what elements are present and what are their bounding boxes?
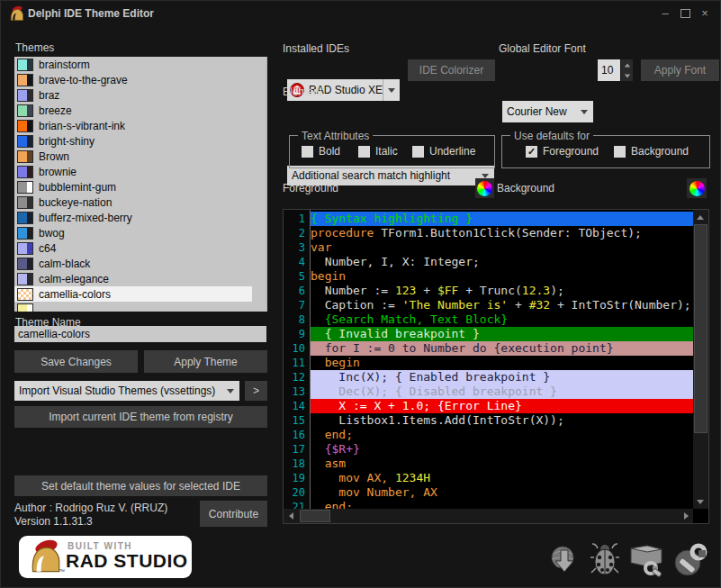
theme-list-item[interactable]: bubblemint-gum	[14, 179, 252, 194]
line-number: 16	[284, 428, 310, 442]
code-token: begin	[311, 269, 346, 283]
code-line[interactable]: Inc(X); { Enabled breakpoint }	[311, 370, 693, 384]
set-default-button[interactable]: Set default theme values for selected ID…	[14, 475, 267, 496]
theme-list-item[interactable]: calm-elegance	[14, 271, 252, 286]
titlebar: Delphi IDE Theme Editor – ×	[1, 1, 720, 26]
themes-list[interactable]: brainstormbrave-to-the-gravebrazbreezebr…	[14, 57, 267, 312]
code-line[interactable]: {Search Match, Text Block}	[311, 312, 693, 327]
theme-list-item[interactable]: buckeye-nation	[14, 194, 252, 210]
editor-code-area[interactable]: { Syntax highlighting }procedure TForm1.…	[311, 210, 693, 511]
code-token: { Syntax highlighting }	[311, 212, 473, 225]
theme-list-item[interactable]: breeze	[14, 103, 252, 118]
theme-list-item[interactable]: Brown	[14, 149, 252, 164]
font-select[interactable]: Courier New	[502, 101, 593, 122]
bug-report-icon[interactable]	[589, 541, 621, 579]
code-line[interactable]: { Invalid breakpoint }	[311, 327, 693, 341]
stepper-down-button[interactable]	[621, 70, 633, 81]
code-editor[interactable]: 123456789101112131415161718192021 { Synt…	[283, 209, 709, 524]
download-update-icon[interactable]	[548, 541, 582, 579]
ide-colorizer-button[interactable]: IDE Colorizer	[408, 59, 495, 81]
theme-list-item[interactable]	[14, 302, 252, 312]
settings-wrench-icon[interactable]	[671, 541, 707, 579]
checkbox-icon[interactable]: ✓	[526, 146, 537, 158]
background-color-picker-button[interactable]	[687, 178, 707, 198]
theme-name-input[interactable]	[14, 326, 266, 342]
code-line[interactable]: for I := 0 to Number do {execution point…	[311, 341, 693, 356]
theme-list-item[interactable]: camellia-colors	[14, 286, 252, 302]
stepper-up-button[interactable]	[621, 59, 633, 70]
underline-checkbox[interactable]: Underline	[412, 145, 475, 158]
code-line[interactable]: begin	[311, 356, 693, 370]
theme-list-item[interactable]: braz	[14, 87, 252, 103]
import-registry-button[interactable]: Import current IDE theme from registry	[14, 406, 267, 428]
theme-name-text: buckeye-nation	[39, 196, 112, 209]
theme-list-item[interactable]: brave-to-the-grave	[14, 72, 252, 87]
scroll-up-button[interactable]	[693, 210, 707, 224]
code-line[interactable]: procedure TForm1.Button1Click(Sender: TO…	[311, 226, 693, 240]
font-size-stepper[interactable]	[621, 59, 633, 81]
code-line[interactable]: Caption := 'The Number is' + #32 + IntTo…	[311, 298, 693, 312]
color-wheel-icon	[689, 181, 705, 196]
theme-swatch	[17, 74, 33, 86]
code-line[interactable]: end;	[311, 428, 693, 442]
scroll-down-button[interactable]	[693, 494, 707, 509]
scroll-thumb[interactable]	[300, 510, 330, 522]
code-line[interactable]: X := X + 1.0; {Error Line}	[311, 399, 693, 413]
code-line[interactable]: Number, I, X: Integer;	[311, 255, 693, 269]
code-line[interactable]: Dec(X); { Disabled breakpoint }	[311, 384, 693, 399]
save-changes-button[interactable]: Save Changes	[14, 350, 138, 373]
scroll-left-button[interactable]	[284, 509, 298, 523]
code-line[interactable]: var	[311, 240, 693, 255]
scroll-right-button[interactable]	[679, 509, 693, 523]
code-line[interactable]: { Syntax highlighting }	[311, 212, 693, 226]
code-token: Dec(X); { Disabled breakpoint }	[311, 384, 557, 398]
editor-hscrollbar[interactable]	[284, 509, 693, 523]
background-default-checkbox[interactable]: Background	[614, 145, 689, 158]
theme-list-item[interactable]: c64	[14, 240, 252, 256]
font-size-input[interactable]: 10	[598, 59, 620, 81]
close-button[interactable]: ×	[697, 6, 713, 21]
theme-list-item[interactable]: bwog	[14, 225, 252, 240]
code-line[interactable]: {$R+}	[311, 442, 693, 457]
theme-list-item[interactable]: bright-shiny	[14, 133, 252, 149]
apply-font-button[interactable]: Apply Font	[641, 59, 719, 81]
bold-checkbox[interactable]: Bold	[302, 145, 340, 158]
italic-checkbox[interactable]: Italic	[358, 145, 398, 158]
code-line[interactable]: begin	[311, 269, 693, 284]
chevron-down-icon	[227, 389, 234, 394]
code-token: +	[416, 284, 437, 297]
code-line[interactable]: mov Number, AX	[311, 485, 693, 500]
scroll-thumb[interactable]	[694, 224, 707, 433]
underline-label: Underline	[429, 145, 475, 158]
code-line[interactable]: Listbox1.Items.Add(IntToStr(X));	[311, 413, 693, 428]
theme-swatch	[17, 150, 33, 163]
scroll-down-button[interactable]	[266, 298, 267, 312]
checkbox-icon[interactable]	[302, 146, 313, 158]
ide-select-arrow[interactable]	[383, 79, 400, 101]
editor-vscrollbar[interactable]	[693, 210, 708, 509]
line-number: 1	[284, 212, 310, 226]
theme-list-item[interactable]: brainstorm	[14, 57, 252, 72]
themes-label: Themes	[15, 41, 54, 54]
checkbox-icon[interactable]	[358, 146, 370, 158]
theme-list-item[interactable]: brian-s-vibrant-ink	[14, 118, 252, 133]
checkbox-icon[interactable]	[614, 146, 626, 158]
import-vs-themes-select[interactable]: Import Visual Studio Themes (vssettings)	[14, 381, 239, 401]
minimize-button[interactable]: –	[657, 6, 673, 21]
theme-list-item[interactable]: calm-black	[14, 256, 252, 271]
code-line[interactable]: asm	[311, 457, 693, 471]
scroll-up-button[interactable]	[266, 57, 267, 70]
code-line[interactable]: mov AX, 1234H	[311, 471, 693, 485]
maximize-button[interactable]	[677, 6, 693, 21]
themes-scrollbar[interactable]	[266, 57, 267, 312]
package-tools-icon[interactable]	[627, 541, 665, 579]
checkbox-icon[interactable]	[412, 146, 424, 158]
foreground-color-picker-button[interactable]	[475, 178, 494, 198]
code-line[interactable]: Number := 123 + $FF + Trunc(12.3);	[311, 284, 693, 298]
import-run-button[interactable]: >	[245, 381, 267, 401]
contribute-button[interactable]: Contribute	[200, 501, 267, 527]
theme-list-item[interactable]: brownie	[14, 164, 252, 179]
theme-list-item[interactable]: bufferz-mixed-berry	[14, 210, 252, 225]
apply-theme-button[interactable]: Apply Theme	[144, 350, 267, 373]
foreground-default-checkbox[interactable]: ✓ Foreground	[526, 145, 599, 158]
